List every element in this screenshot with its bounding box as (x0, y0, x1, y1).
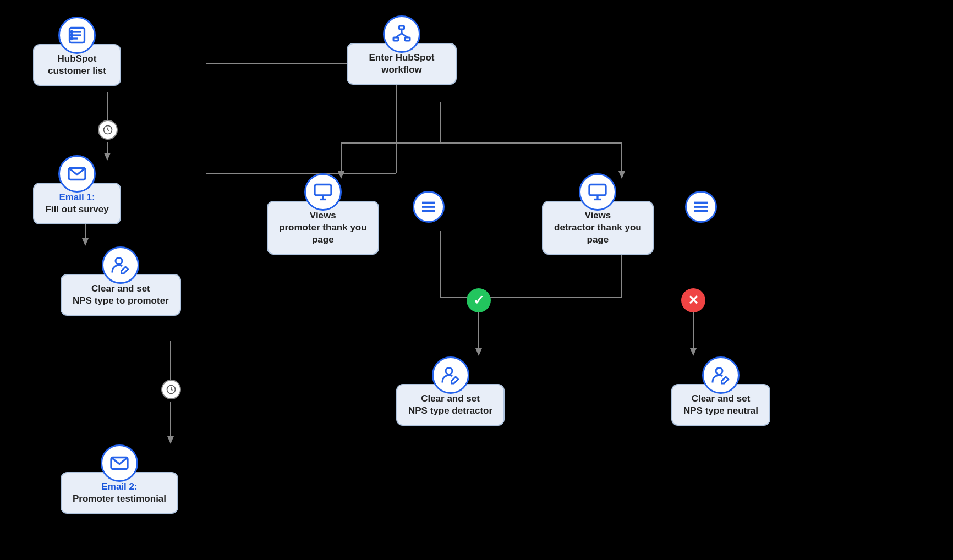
node-promoter-list-icon (413, 191, 445, 223)
svg-marker-22 (82, 238, 89, 246)
screen-icon-detractor (579, 173, 616, 211)
node-email2: Email 2:Promoter testimonial (61, 444, 178, 514)
node-clear-set-detractor: Clear and setNPS type detractor (396, 356, 505, 426)
svg-point-58 (116, 258, 122, 265)
svg-marker-18 (475, 348, 482, 356)
list-icon (58, 17, 96, 54)
email-icon-2 (101, 444, 138, 482)
red-x-icon: ✕ (681, 288, 705, 312)
svg-point-61 (716, 368, 722, 375)
svg-marker-25 (167, 436, 174, 444)
svg-point-37 (71, 35, 73, 36)
svg-line-31 (171, 389, 173, 391)
svg-rect-41 (393, 37, 398, 41)
list-icon-detractor (685, 191, 717, 223)
workflow-icon (383, 15, 420, 53)
node-detractor-list-icon (685, 191, 717, 223)
node-clear-set-neutral: Clear and setNPS type neutral (671, 356, 770, 426)
node-clear-set-promoter: Clear and setNPS type to promoter (61, 246, 181, 316)
person-edit-icon-detractor (432, 356, 469, 394)
svg-line-45 (402, 34, 408, 38)
person-edit-icon-neutral (702, 356, 740, 394)
person-edit-icon-promoter (102, 246, 139, 284)
svg-rect-42 (405, 37, 410, 41)
green-check-icon: ✓ (467, 288, 491, 312)
delay-icon-2 (161, 380, 181, 399)
svg-point-38 (71, 38, 73, 40)
list-icon-promoter (413, 191, 445, 223)
svg-marker-20 (690, 348, 697, 356)
svg-line-28 (108, 130, 109, 131)
email-icon-1 (58, 155, 96, 193)
node-workflow: Enter HubSpotworkflow (347, 15, 457, 85)
node-customer-list: HubSpotcustomer list (33, 17, 121, 86)
svg-rect-40 (399, 26, 404, 29)
svg-line-44 (396, 34, 402, 38)
svg-point-60 (446, 368, 452, 375)
diagram-canvas: ✓ ✕ HubSpotcustomer list Emai (0, 0, 953, 560)
node-promoter-page: Viewspromoter thank youpage (267, 173, 379, 255)
svg-point-36 (71, 31, 73, 33)
delay-icon-1 (98, 120, 118, 140)
svg-rect-52 (589, 185, 606, 196)
svg-rect-46 (315, 185, 331, 196)
node-detractor-page: Viewsdetractor thank youpage (542, 173, 654, 255)
screen-icon-promoter (304, 173, 342, 211)
node-email1: Email 1:Fill out survey (33, 155, 121, 224)
